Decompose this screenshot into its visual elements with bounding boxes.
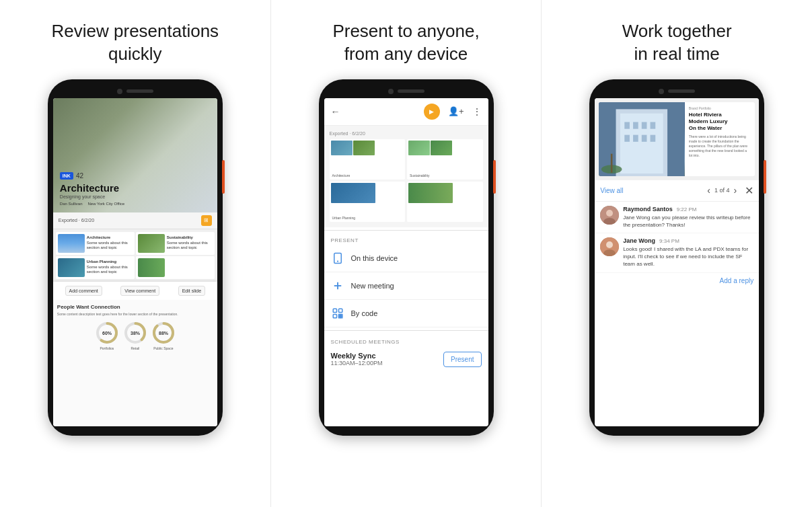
slide-img-2 [407, 139, 483, 172]
slide-title: Architecture [60, 182, 211, 194]
main-container: Review presentations quickly INK 42 Arch… [0, 0, 812, 507]
option-on-device[interactable]: On this device [324, 245, 488, 272]
slides-grid-2: Architecture Sustainability [330, 139, 483, 222]
avatar-jane [600, 237, 619, 256]
meeting-info: Weekly Sync 11:30AM–12:00PM [331, 352, 383, 366]
slide-grid-item[interactable]: Sustainability Some words about this sec… [136, 232, 215, 255]
slide-grid-item[interactable] [136, 256, 215, 279]
comments-header: View all ‹ 1 of 4 › ✕ [595, 180, 759, 202]
svg-rect-25 [642, 122, 647, 128]
svg-text:60%: 60% [102, 331, 112, 336]
meeting-title: Weekly Sync [331, 352, 383, 360]
phone-frame-1: INK 42 Architecture Designing your space… [48, 79, 223, 436]
svg-rect-19 [340, 316, 342, 317]
hotel-badge: Brand Portfolio [689, 106, 751, 110]
donut-svg-2: 38% [123, 321, 147, 345]
comment-text-1: Jane Wong can you please review this wri… [623, 214, 753, 229]
screen1-bottom: People Want Connection Some content desc… [53, 300, 217, 426]
add-reply-link[interactable]: Add a reply [720, 277, 754, 284]
slide-thumb-label-3: Urban Planning [330, 214, 406, 222]
phone-speaker-1 [126, 89, 153, 93]
slide-img-1 [330, 139, 406, 172]
slide-thumb-3[interactable]: Urban Planning [330, 182, 406, 222]
hotel-image [599, 102, 685, 176]
thumb-urban [58, 258, 85, 277]
panel2-title: Present to anyone, from any device [332, 20, 479, 66]
svg-point-34 [606, 210, 613, 217]
slide-overlay: INK 42 Architecture Designing your space… [53, 98, 217, 212]
present-button[interactable]: Present [443, 352, 481, 367]
reply-row: Add a reply [595, 273, 759, 288]
svg-rect-29 [642, 134, 647, 141]
svg-rect-14 [338, 309, 342, 312]
option-by-code[interactable]: By code [324, 300, 488, 327]
back-icon[interactable]: ← [331, 106, 340, 117]
donut-label-1: Portfolios [100, 346, 114, 350]
thumb-green [138, 258, 165, 277]
slide-thumb-label-2: Sustainability [407, 172, 483, 180]
new-meeting-icon [331, 279, 344, 292]
comment-count: 1 of 4 [714, 187, 730, 194]
edit-slide-btn[interactable]: Edit slide [178, 286, 205, 296]
svg-rect-30 [651, 134, 656, 141]
bookmark-icon: ⊞ [201, 215, 212, 226]
close-comments-btn[interactable]: ✕ [745, 184, 753, 197]
phone-side-btn-3 [764, 160, 766, 194]
slide-thumb-4[interactable] [407, 182, 483, 222]
nav-row: ‹ 1 of 4 › ✕ [707, 184, 753, 197]
donut-label-2: Retail [131, 346, 139, 350]
slide-grid-item[interactable]: Architecture Some words about this secti… [56, 232, 135, 255]
view-comment-btn[interactable]: View comment [120, 286, 159, 296]
phone-notch-2 [324, 89, 488, 94]
donut-svg-1: 60% [95, 321, 119, 345]
play-icon[interactable]: ▶ [424, 104, 440, 120]
panel-present: Present to anyone, from any device ← ▶ 👤… [271, 0, 542, 507]
code-icon [331, 307, 344, 320]
slides-preview: Exported · 6/2/20 Architecture [324, 126, 488, 227]
add-person-icon[interactable]: 👤+ [448, 106, 464, 116]
comments-area: View all ‹ 1 of 4 › ✕ [595, 180, 759, 426]
slides-grid: Architecture Some words about this secti… [53, 229, 217, 282]
comment-1: Raymond Santos 9:22 PM Jane Wong can you… [595, 202, 759, 233]
logo-num: 42 [76, 172, 83, 180]
section-label: Exported · 6/2/20 [59, 218, 94, 223]
commenter-name-2: Jane Wong [623, 237, 655, 244]
slide-thumb-2[interactable]: Sustainability [407, 139, 483, 180]
option-new-meeting[interactable]: New meeting [324, 272, 488, 300]
comment-bar: Add comment View comment Edit slide [53, 282, 217, 300]
header-icons: ▶ 👤+ ⋮ [424, 104, 482, 120]
slide-grid-item[interactable]: Urban Planning Some words about this sec… [56, 256, 135, 279]
svg-rect-18 [338, 316, 340, 317]
add-comment-btn[interactable]: Add comment [65, 286, 102, 296]
donut-label-3: Public Space [153, 346, 173, 350]
prev-comment-btn[interactable]: ‹ [707, 185, 710, 196]
comment-header-2: Jane Wong 9:34 PM [623, 237, 753, 244]
grid-desc-3: Some words about this section and topic [87, 265, 133, 276]
slide-main: Brand Portfolio Hotel Riviera Modern Lux… [599, 102, 755, 176]
avatar-raymond [600, 206, 619, 225]
meeting-time: 11:30AM–12:00PM [331, 360, 383, 366]
phone-speaker-3 [668, 89, 695, 93]
phone-frame-3: Brand Portfolio Hotel Riviera Modern Lux… [589, 79, 764, 436]
slide-thumb-1[interactable]: Architecture [330, 139, 406, 180]
comment-time-2: 9:34 PM [659, 238, 679, 244]
view-all-link[interactable]: View all [600, 187, 623, 194]
svg-text:38%: 38% [131, 331, 141, 336]
slide-img-4 [407, 182, 483, 219]
svg-rect-23 [624, 122, 630, 128]
scheduled-label: SCHEDULED MEETINGS [324, 334, 488, 348]
commenter-name-1: Raymond Santos [623, 206, 673, 212]
svg-rect-16 [338, 314, 340, 315]
svg-rect-17 [340, 314, 342, 315]
slides-label: Exported · 6/2/20 [330, 131, 483, 136]
svg-rect-15 [333, 314, 336, 317]
phone-notch-3 [595, 89, 759, 94]
donut-portfolios: 60% Portfolios [95, 321, 119, 350]
meta1: Dan Sullivan [60, 202, 83, 206]
more-options-icon[interactable]: ⋮ [472, 106, 482, 117]
phone-screen-3: Brand Portfolio Hotel Riviera Modern Lux… [595, 98, 759, 426]
present-section-label: PRESENT [324, 233, 488, 245]
next-comment-btn[interactable]: › [734, 185, 737, 196]
on-device-label: On this device [351, 254, 398, 262]
svg-rect-26 [651, 122, 656, 128]
